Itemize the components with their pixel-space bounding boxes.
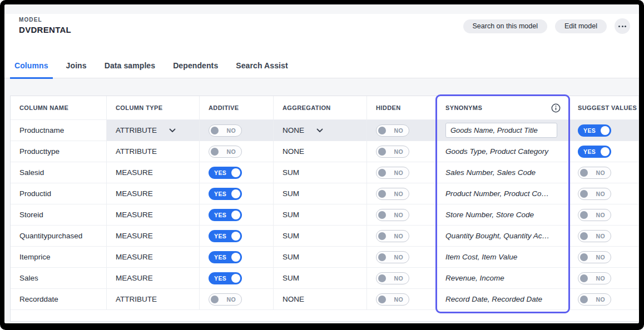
info-icon[interactable] (551, 103, 561, 113)
synonyms-cell[interactable] (437, 120, 569, 141)
toggle-knob (231, 232, 240, 241)
additive-toggle[interactable]: YES (209, 188, 242, 200)
column-type-cell[interactable]: MEASURE (107, 162, 200, 183)
aggregation-cell[interactable]: NONE (274, 120, 367, 141)
suggest-values-toggle[interactable]: NO (578, 167, 611, 179)
hidden-toggle[interactable]: NO (376, 209, 409, 221)
column-type-cell[interactable]: ATTRIBUTE (107, 120, 200, 141)
aggregation-cell[interactable]: SUM (274, 183, 367, 204)
synonyms-cell[interactable]: Store Number, Store Code (437, 204, 569, 226)
synonyms-value[interactable]: Item Cost, Item Value (445, 253, 517, 261)
aggregation-cell[interactable]: NONE (274, 141, 367, 162)
hidden-toggle[interactable]: NO (376, 146, 409, 158)
more-options-button[interactable] (615, 18, 630, 34)
toggle-label: YES (214, 254, 226, 261)
hidden-toggle[interactable]: NO (376, 167, 409, 179)
additive-toggle[interactable]: YES (209, 272, 242, 284)
chevron-down-icon[interactable] (169, 128, 176, 133)
edit-model-button[interactable]: Edit model (555, 19, 607, 33)
aggregation-cell[interactable]: SUM (274, 226, 367, 247)
column-type-cell[interactable]: ATTRIBUTE (107, 289, 200, 310)
aggregation-cell[interactable]: NONE (274, 289, 367, 310)
tab-search-assist[interactable]: Search Assist (231, 61, 292, 79)
suggest-values-toggle[interactable]: NO (578, 272, 611, 284)
synonyms-cell[interactable]: Item Cost, Item Value (437, 247, 569, 268)
hidden-toggle[interactable]: NO (376, 124, 409, 137)
column-type-cell[interactable]: MEASURE (107, 183, 200, 204)
toggle-knob (378, 169, 386, 177)
aggregation-cell[interactable]: SUM (274, 268, 367, 289)
column-type-cell[interactable]: MEASURE (107, 268, 200, 289)
hidden-toggle[interactable]: NO (376, 188, 409, 200)
aggregation-value: SUM (283, 211, 299, 219)
model-page: MODEL DVDRENTAL Search on this model Edi… (4, 4, 639, 323)
hidden-toggle[interactable]: NO (376, 230, 409, 242)
synonyms-cell[interactable]: Product Number, Product Co… (437, 183, 569, 204)
synonyms-value[interactable]: Store Number, Store Code (445, 211, 534, 219)
hidden-toggle[interactable]: NO (376, 272, 409, 284)
column-name-value: Producttype (19, 147, 60, 156)
synonyms-value[interactable]: Quantity Bought, Quantity Ac… (445, 232, 549, 240)
suggest-values-toggle[interactable]: NO (578, 251, 611, 263)
toggle-knob (580, 169, 588, 177)
column-name-cell[interactable]: Productid (11, 183, 107, 204)
chevron-down-icon[interactable] (316, 128, 323, 133)
toggle-knob (580, 232, 588, 240)
column-name-cell[interactable]: Itemprice (11, 247, 107, 268)
search-on-model-button[interactable]: Search on this model (463, 19, 547, 33)
hidden-toggle[interactable]: NO (376, 251, 409, 263)
table-body: Productname ATTRIBUTE NO NONE NO YES Pro… (11, 120, 639, 310)
additive-toggle[interactable]: NO (209, 293, 242, 306)
tab-joins[interactable]: Joins (62, 61, 91, 79)
synonyms-value[interactable]: Product Number, Product Co… (445, 189, 549, 198)
tab-dependents[interactable]: Dependents (169, 61, 222, 79)
suggest-values-toggle[interactable]: NO (578, 209, 611, 221)
toggle-knob (378, 127, 386, 134)
synonyms-value[interactable]: Revenue, Income (445, 274, 504, 282)
toggle-knob (231, 189, 240, 198)
synonyms-value[interactable]: Sales Number, Sales Code (445, 168, 536, 177)
column-type-cell[interactable]: MEASURE (107, 247, 200, 268)
synonyms-cell[interactable]: Quantity Bought, Quantity Ac… (437, 226, 569, 247)
column-type-cell[interactable]: MEASURE (107, 226, 200, 247)
aggregation-cell[interactable]: SUM (274, 162, 367, 183)
synonyms-cell[interactable]: Record Date, Recorded Date (437, 289, 569, 310)
ellipsis-icon (618, 26, 620, 27)
column-name-cell[interactable]: Quantitypurchased (11, 226, 107, 247)
column-name-cell[interactable]: Sales (11, 268, 107, 289)
column-name-cell[interactable]: Producttype (11, 141, 107, 162)
aggregation-cell[interactable]: SUM (274, 247, 367, 268)
suggest-values-toggle[interactable]: YES (578, 124, 611, 137)
column-name-cell[interactable]: Salesid (11, 162, 107, 183)
additive-toggle[interactable]: YES (209, 167, 242, 179)
synonyms-value[interactable]: Goods Type, Product Category (445, 147, 548, 156)
additive-toggle[interactable]: YES (209, 251, 242, 263)
additive-toggle[interactable]: YES (209, 230, 242, 242)
toggle-label: NO (394, 275, 403, 282)
column-type-cell[interactable]: ATTRIBUTE (107, 141, 200, 162)
additive-toggle[interactable]: YES (209, 209, 242, 221)
suggest-values-toggle[interactable]: NO (578, 188, 611, 200)
synonyms-value[interactable]: Record Date, Recorded Date (445, 295, 542, 303)
column-name-cell[interactable]: Storeid (11, 204, 107, 226)
column-name-cell[interactable]: Productname (11, 120, 107, 141)
additive-cell: NO (200, 120, 274, 141)
synonyms-cell[interactable]: Revenue, Income (437, 268, 569, 289)
column-type-value: MEASURE (116, 211, 153, 219)
column-name-cell[interactable]: Recorddate (11, 289, 107, 310)
column-type-cell[interactable]: MEASURE (107, 204, 200, 226)
synonyms-input[interactable] (445, 123, 557, 138)
suggest-values-toggle[interactable]: NO (578, 293, 611, 306)
suggest-values-toggle[interactable]: YES (578, 146, 611, 158)
suggest-values-toggle[interactable]: NO (578, 230, 611, 242)
tab-data-samples[interactable]: Data samples (100, 61, 160, 79)
column-type-value: ATTRIBUTE (116, 126, 157, 134)
hidden-toggle[interactable]: NO (376, 293, 409, 306)
additive-toggle[interactable]: NO (209, 146, 242, 158)
toggle-knob (378, 211, 386, 219)
synonyms-cell[interactable]: Goods Type, Product Category (437, 141, 569, 162)
tab-columns[interactable]: Columns (10, 61, 53, 79)
additive-toggle[interactable]: NO (209, 124, 242, 137)
aggregation-cell[interactable]: SUM (274, 204, 367, 226)
synonyms-cell[interactable]: Sales Number, Sales Code (437, 162, 569, 183)
